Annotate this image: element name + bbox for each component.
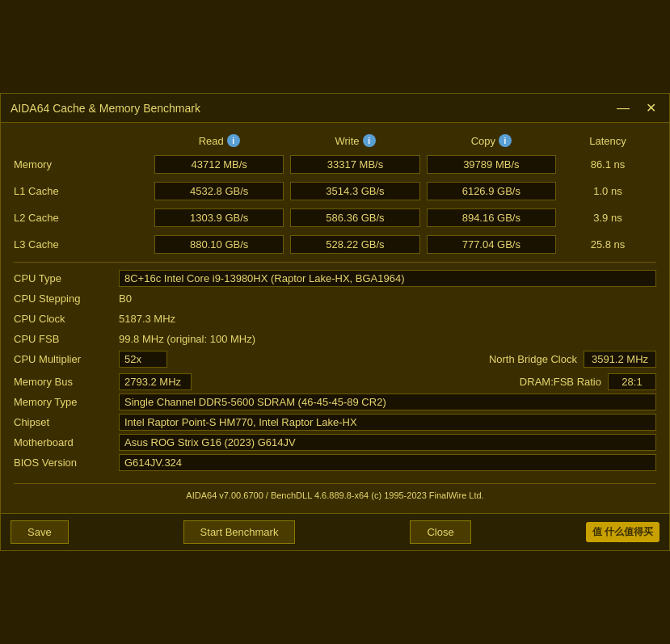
memory-bus-row: Memory Bus 2793.2 MHz DRAM:FSB Ratio 28:…: [14, 373, 656, 390]
memory-type-row: Memory Type Single Channel DDR5-5600 SDR…: [14, 393, 656, 410]
title-bar-controls: — ✕: [613, 100, 659, 116]
l3-copy: 777.04 GB/s: [427, 235, 556, 254]
close-button-bar[interactable]: Close: [410, 520, 470, 544]
memory-read: 43712 MB/s: [154, 155, 284, 174]
write-header: Write i: [287, 134, 423, 147]
memory-row: Memory 43712 MB/s 33317 MB/s 39789 MB/s …: [14, 154, 656, 175]
chipset-row: Chipset Intel Raptor Point-S HM770, Inte…: [14, 413, 656, 431]
motherboard-row: Motherboard Asus ROG Strix G16 (2023) G6…: [14, 433, 656, 451]
l2-copy: 894.16 GB/s: [427, 208, 556, 227]
cpu-multiplier-row: CPU Multiplier 52x North Bridge Clock 35…: [14, 350, 656, 368]
l3-read: 880.10 GB/s: [154, 235, 284, 254]
save-button[interactable]: Save: [11, 520, 69, 544]
cpu-fsb-label: CPU FSB: [14, 333, 119, 345]
write-info-icon[interactable]: i: [363, 134, 376, 147]
cpu-stepping-row: CPU Stepping B0: [14, 289, 656, 307]
cpu-type-row: CPU Type 8C+16c Intel Core i9-13980HX (R…: [14, 269, 656, 287]
memory-type-label: Memory Type: [14, 396, 119, 408]
watermark-badge: 值 什么值得买: [586, 522, 659, 542]
cpu-clock-label: CPU Clock: [14, 313, 119, 325]
l3-label: L3 Cache: [14, 235, 151, 254]
start-benchmark-button[interactable]: Start Benchmark: [183, 520, 296, 544]
minimize-button[interactable]: —: [613, 100, 633, 116]
memory-copy: 39789 MB/s: [427, 155, 556, 174]
latency-label: Latency: [589, 135, 626, 147]
window-title: AIDA64 Cache & Memory Benchmark: [11, 102, 200, 115]
cpu-clock-row: CPU Clock 5187.3 MHz: [14, 309, 656, 327]
l3-cache-row: L3 Cache 880.10 GB/s 528.22 GB/s 777.04 …: [14, 234, 656, 255]
dram-fsb-value: 28:1: [608, 373, 656, 390]
cpu-info-section: CPU Type 8C+16c Intel Core i9-13980HX (R…: [14, 269, 656, 477]
l1-write: 3514.3 GB/s: [290, 182, 419, 200]
l1-latency: 1.0 ns: [559, 183, 656, 200]
write-label: Write: [335, 135, 359, 147]
l2-label: L2 Cache: [14, 208, 151, 227]
cpu-type-label: CPU Type: [14, 272, 119, 284]
cpu-multiplier-value: 52x: [119, 351, 167, 368]
bios-value: G614JV.324: [119, 454, 656, 471]
l3-write: 528.22 GB/s: [290, 235, 419, 254]
l1-copy: 6126.9 GB/s: [427, 182, 556, 200]
cpu-stepping-label: CPU Stepping: [14, 293, 119, 305]
latency-header: Latency: [559, 134, 656, 147]
read-info-icon[interactable]: i: [227, 134, 240, 147]
chipset-label: Chipset: [14, 416, 119, 428]
cpu-multiplier-label: CPU Multiplier: [14, 353, 119, 365]
l1-read: 4532.8 GB/s: [154, 182, 284, 200]
dram-fsb-label: DRAM:FSB Ratio: [520, 376, 601, 388]
memory-label: Memory: [14, 155, 151, 174]
close-button[interactable]: ✕: [643, 100, 659, 116]
cpu-stepping-value: B0: [119, 293, 656, 305]
l1-cache-row: L1 Cache 4532.8 GB/s 3514.3 GB/s 6126.9 …: [14, 180, 656, 202]
copy-info-icon[interactable]: i: [499, 134, 512, 147]
l3-latency: 25.8 ns: [559, 236, 656, 253]
chipset-value: Intel Raptor Point-S HM770, Intel Raptor…: [119, 414, 656, 431]
copy-label: Copy: [471, 135, 495, 147]
l2-cache-row: L2 Cache 1303.9 GB/s 586.36 GB/s 894.16 …: [14, 207, 656, 229]
cpu-type-value: 8C+16c Intel Core i9-13980HX (Raptor Lak…: [119, 270, 656, 287]
separator-1: [14, 262, 656, 263]
memory-latency: 86.1 ns: [559, 156, 656, 173]
bios-row: BIOS Version G614JV.324: [14, 453, 656, 471]
memory-bus-value: 2793.2 MHz: [119, 373, 192, 390]
l2-read: 1303.9 GB/s: [154, 208, 284, 227]
main-window: AIDA64 Cache & Memory Benchmark — ✕ Read…: [0, 93, 670, 551]
read-header: Read i: [151, 134, 287, 147]
motherboard-label: Motherboard: [14, 436, 119, 448]
read-label: Read: [199, 135, 224, 147]
cpu-fsb-value: 99.8 MHz (original: 100 MHz): [119, 333, 656, 345]
footer-text: AIDA64 v7.00.6700 / BenchDLL 4.6.889.8-x…: [14, 483, 656, 505]
title-bar: AIDA64 Cache & Memory Benchmark — ✕: [1, 94, 669, 123]
main-content: Read i Write i Copy i Latency Memory 437…: [1, 123, 669, 513]
memory-bus-label: Memory Bus: [14, 376, 119, 388]
l2-write: 586.36 GB/s: [290, 208, 419, 227]
column-headers: Read i Write i Copy i Latency: [14, 131, 656, 150]
bios-label: BIOS Version: [14, 457, 119, 469]
memory-type-value: Single Channel DDR5-5600 SDRAM (46-45-45…: [119, 394, 656, 410]
l2-latency: 3.9 ns: [559, 209, 656, 226]
north-bridge-value: 3591.2 MHz: [584, 351, 656, 368]
memory-write: 33317 MB/s: [290, 155, 419, 174]
l1-label: L1 Cache: [14, 182, 151, 200]
button-bar: Save Start Benchmark Close 值 什么值得买: [1, 513, 669, 550]
cpu-clock-value: 5187.3 MHz: [119, 313, 656, 325]
cpu-fsb-row: CPU FSB 99.8 MHz (original: 100 MHz): [14, 330, 656, 347]
north-bridge-label: North Bridge Clock: [489, 353, 577, 365]
motherboard-value: Asus ROG Strix G16 (2023) G614JV: [119, 434, 656, 451]
copy-header: Copy i: [423, 134, 559, 147]
